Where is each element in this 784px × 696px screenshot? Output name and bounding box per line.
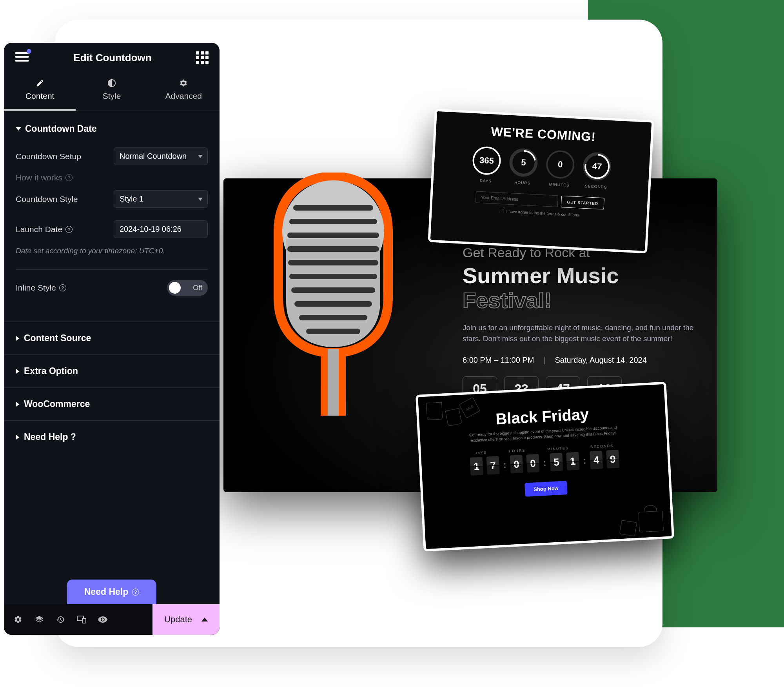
section-woocommerce[interactable]: WooCommerce (4, 387, 220, 420)
shop-now-button[interactable]: Shop Now (524, 481, 567, 497)
countdown-setup-label: Countdown Setup (16, 152, 81, 161)
tab-advanced-label: Advanced (165, 91, 202, 100)
flip-label: HOURS (509, 449, 526, 453)
flip-label: DAYS (474, 451, 487, 455)
bag-icon (445, 408, 462, 426)
content-source-label: Content Source (24, 333, 91, 343)
tab-style[interactable]: Style (76, 71, 147, 111)
flip-digit: 0 (510, 455, 523, 474)
ring-label: DAYS (472, 178, 500, 184)
ring-hours: 5HOURS (508, 148, 538, 186)
flip-digit: 5 (550, 453, 563, 472)
festival-date: Saturday, August 14, 2024 (555, 356, 647, 365)
help-icon: ? (65, 226, 73, 233)
flip-digit: 1 (470, 457, 483, 476)
ring-label: SECONDS (582, 184, 610, 189)
field-how-it-works[interactable]: How it works ? (4, 171, 220, 184)
launch-date-label-text: Launch Date (16, 225, 62, 234)
how-it-works-text: How it works (16, 173, 62, 182)
field-countdown-style: Countdown Style Style 1 (4, 184, 220, 214)
section-extra-option[interactable]: Extra Option (4, 354, 220, 387)
terms-checkbox[interactable] (500, 209, 505, 214)
contrast-icon (107, 79, 116, 87)
preview-icon[interactable] (93, 610, 112, 629)
help-pill-label: Need Help (84, 587, 128, 597)
ring-value: 365 (479, 155, 494, 166)
hamburger-menu-button[interactable] (15, 52, 29, 63)
ring-countdown: 365DAYS 5HOURS 0MINUTES 47SECONDS (445, 144, 638, 191)
coming-title: WE'RE COMING! (448, 122, 639, 146)
update-button[interactable]: Update (152, 604, 220, 635)
microphone-icon (255, 173, 412, 416)
gift-icon (638, 511, 664, 532)
chevron-up-icon (201, 618, 208, 621)
editor-title: Edit Countdown (73, 52, 151, 64)
ring-value: 5 (521, 157, 526, 168)
pencil-icon (36, 79, 44, 87)
flip-label: MINUTES (547, 446, 569, 451)
countdown-style-select[interactable]: Style 1 (114, 190, 208, 208)
inline-style-label: Inline Style ? (16, 283, 66, 293)
ring-label: MINUTES (545, 182, 573, 188)
layers-icon[interactable] (30, 610, 49, 629)
launch-date-label: Launch Date ? (16, 225, 73, 234)
bag-icon (426, 402, 443, 420)
flip-digit: 1 (566, 452, 579, 471)
ring-seconds: 47SECONDS (582, 152, 612, 190)
flip-label: SECONDS (590, 444, 613, 449)
help-icon: ? (59, 284, 66, 291)
tab-style-label: Style (103, 91, 121, 100)
flip-digit: 0 (526, 454, 539, 473)
launch-date-value: 2024-10-19 06:26 (120, 225, 181, 233)
editor-panel: Edit Countdown Content Style Advanced Co… (4, 43, 220, 635)
field-countdown-setup: Countdown Setup Normal Countdown (4, 141, 220, 171)
festival-title: Summer Music (463, 264, 698, 287)
flip-digit: 9 (606, 450, 619, 469)
history-icon[interactable] (51, 610, 70, 629)
need-help-label: Need Help ? (24, 432, 76, 442)
countdown-setup-select[interactable]: Normal Countdown (114, 147, 208, 165)
microphone-graphic (255, 173, 412, 416)
ring-minutes: 0MINUTES (545, 150, 575, 188)
flip-digit: 7 (486, 456, 499, 475)
section-need-help[interactable]: Need Help ? (4, 420, 220, 453)
woocommerce-label: WooCommerce (24, 399, 90, 409)
ring-value: 47 (592, 161, 602, 172)
notification-dot-icon (27, 49, 31, 54)
inline-style-toggle[interactable]: Off (167, 280, 208, 296)
need-help-pill[interactable]: Need Help ? (67, 580, 156, 604)
settings-icon[interactable] (9, 610, 27, 629)
section-countdown-date[interactable]: Countdown Date (4, 111, 220, 141)
how-it-works-label: How it works ? (16, 173, 73, 182)
chevron-right-icon (16, 336, 19, 341)
email-input[interactable] (475, 191, 558, 207)
extra-option-label: Extra Option (24, 366, 78, 376)
festival-datetime: 6:00 PM – 11:00 PM | Saturday, August 14… (463, 356, 698, 365)
tab-advanced[interactable]: Advanced (148, 71, 220, 111)
launch-date-input[interactable]: 2024-10-19 06:26 (114, 220, 208, 238)
tab-content[interactable]: Content (4, 71, 76, 111)
responsive-icon[interactable] (72, 610, 91, 629)
help-icon: ? (65, 174, 73, 181)
footer-icons (4, 610, 152, 629)
section-content-source[interactable]: Content Source (4, 322, 220, 354)
widgets-grid-button[interactable] (196, 51, 209, 64)
ring-label: HOURS (508, 180, 536, 186)
field-launch-date: Launch Date ? 2024-10-19 06:26 (4, 214, 220, 244)
festival-word: Festival! (463, 287, 698, 313)
svg-rect-14 (328, 349, 339, 416)
countdown-style-value: Style 1 (120, 194, 143, 203)
editor-footer: Update (4, 604, 220, 635)
colon: : (503, 459, 506, 470)
get-started-button[interactable]: GET STARTED (561, 196, 604, 210)
toggle-state: Off (193, 284, 202, 292)
help-icon: ? (132, 589, 139, 596)
svg-rect-2 (82, 618, 86, 623)
flip-digit: 4 (590, 451, 603, 469)
chevron-right-icon (16, 402, 19, 407)
panel-body: Countdown Date Countdown Setup Normal Co… (4, 111, 220, 604)
update-label: Update (164, 614, 192, 625)
colon: : (583, 455, 586, 466)
tab-content-label: Content (25, 91, 54, 100)
field-inline-style: Inline Style ? Off (4, 270, 220, 306)
